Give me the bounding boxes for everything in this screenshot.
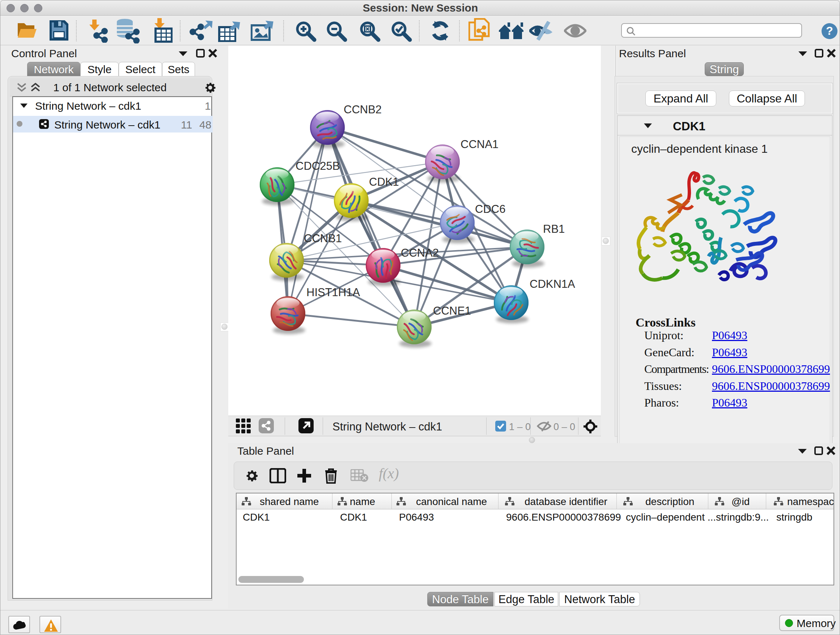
svg-text:CDKN1A: CDKN1A	[530, 278, 575, 290]
svg-text:?: ?	[826, 24, 833, 37]
svg-text:RB1: RB1	[543, 223, 565, 235]
svg-text:CCNB2: CCNB2	[344, 103, 382, 116]
svg-text:CCNB1: CCNB1	[304, 232, 342, 245]
svg-text:CCNA1: CCNA1	[461, 138, 499, 150]
svg-text:CDC6: CDC6	[475, 203, 505, 215]
svg-text:CCNE1: CCNE1	[433, 304, 471, 317]
svg-text:CDK1: CDK1	[369, 176, 399, 188]
svg-text:CCNA2: CCNA2	[401, 247, 439, 259]
svg-text:CDC25B: CDC25B	[295, 160, 340, 172]
svg-text:HIST1H1A: HIST1H1A	[306, 286, 360, 299]
